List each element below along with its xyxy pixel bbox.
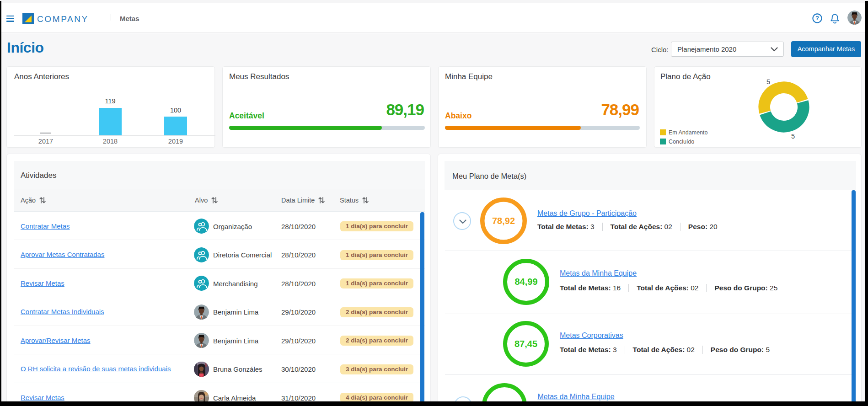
svg-text:?: ? xyxy=(815,15,819,21)
